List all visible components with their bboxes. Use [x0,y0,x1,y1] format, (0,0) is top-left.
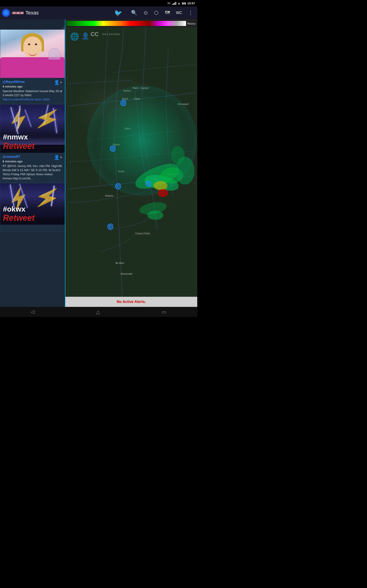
battery-icon: ▮▮▮ [182,2,186,5]
city-beaumont: Beaumont [168,173,179,175]
city-austin: Austin [118,170,125,173]
globe-icon[interactable]: 🌐 [70,32,79,41]
city-denton: Denton [123,90,131,92]
cc-label[interactable]: CC [91,31,99,37]
tweet-text-1: Special Weather Statement issued May 29 … [2,89,62,102]
tweet-card-2[interactable]: #nmwx Retweet @nmwxRT 👤+ 6 minutes ago R… [0,104,65,183]
map-area[interactable]: 🌐 👤 CC OKLAHOMA Plano Garland Dallas Den… [65,27,197,297]
wx-marker-2: 🌀 [109,145,117,152]
retweet-text-3: Retweet [3,213,62,223]
person-icon[interactable]: 👤 [81,32,90,40]
city-mcallen: Mc Allen [116,262,124,264]
city-plano: Plano [133,87,139,89]
city-sanantonio: /Antonio [105,195,114,197]
follow-icon-2[interactable]: 👤+ [54,155,62,160]
city-corpuschristi: Corpus Christi [135,232,150,235]
app-title: Texas [25,10,112,16]
wx-marker-3: 🌀 [115,183,122,190]
oklahoma-label: OKLAHOMA [102,33,120,36]
location-arrow [61,25,65,29]
tweet-username-1[interactable]: @RayofShine [2,80,25,84]
flag-icons: 🇺🇸🇺🇸🇺🇸 [12,11,24,15]
sub-bar [0,19,65,29]
alerts-text: No Active Alerts. [117,300,146,304]
right-panel: Heavy [65,19,197,307]
recent-button[interactable]: ▭ [162,309,167,315]
tweet-card-1[interactable]: @RayofShine 👤+ 4 minutes ago Special Wea… [0,29,65,104]
precip-east-1 [175,156,196,185]
status-bar: 3G ▲ ▮▮▮ 10:57 [0,0,197,6]
tweet-hashtags-1[interactable]: #txwx #klbk [34,98,50,101]
app-bar: 🌀 🇺🇸🇺🇸🇺🇸 Texas 🐦 🔍 ⊙ ⬡ 🗺 WC ⋮ [0,6,197,19]
tweet-text-2: RT @KVII: Sunny AM, Incr. clds PM. High:… [2,164,62,181]
city-garland: Garland [141,87,149,89]
retweet-text-2: Retweet [3,141,62,151]
precip-green-3 [160,166,184,184]
tweet-time-1: 4 minutes ago [2,85,62,88]
precip-red-1 [158,189,168,197]
roads-svg [65,27,197,297]
city-shreveport: Shreveport [177,103,189,105]
wx-marker-5: 🌀 [107,223,114,230]
status-time: 10:57 [187,2,195,5]
wifi-icon: ▲ [177,2,181,5]
main-content: @RayofShine 👤+ 4 minutes ago Special Wea… [0,19,197,307]
hashtag-overlay-2: #nmwx Retweet [0,131,65,153]
share-icon[interactable]: ⬡ [154,10,158,16]
precip-south-2 [147,211,163,220]
radar-color-bar: Heavy [65,19,197,27]
alerts-bar: No Active Alerts. [65,297,197,307]
tweet-username-2[interactable]: @nmwxRT [2,155,20,158]
tweet-time-2: 6 minutes ago [2,160,62,163]
signal-bars [172,2,176,5]
back-button[interactable]: ◁ [31,309,35,315]
city-waco: Waco [125,127,131,130]
tweet-image-1 [0,30,65,78]
profile-photo [0,30,65,78]
search-icon[interactable]: 🔍 [131,10,137,16]
wx-marker-4: 🌀 [145,180,152,187]
hashtag-overlay-3: #okwx Retweet [0,203,65,225]
map-icon[interactable]: 🗺 [165,10,170,16]
app-icon[interactable]: 🌀 [2,9,10,17]
home-button[interactable]: △ [96,309,100,315]
heavy-label: Heavy [187,22,197,25]
hashtag-text-2: #nmwx [3,133,62,141]
radar-circle [87,86,197,196]
precip-east-2 [171,146,185,164]
city-houston: Ho... [154,178,158,181]
precip-south-1 [139,200,168,216]
tweet-link-1[interactable]: http://t.co/amsPvdNuoa [2,98,33,101]
wc-label[interactable]: WC [176,11,182,15]
follow-icon-1[interactable]: 👤+ [54,80,62,85]
overflow-menu-icon[interactable]: ⋮ [188,10,193,16]
location-icon[interactable]: ⊙ [144,10,148,16]
tweet-body-2: @nmwxRT 👤+ 6 minutes ago RT @KVII: Sunny… [0,153,65,183]
nav-bar: ◁ △ ▭ [0,307,197,317]
map-base: 🌐 👤 CC OKLAHOMA Plano Garland Dallas Den… [65,27,197,297]
city-brownsville: Brownsville [121,273,133,275]
wx-marker-1: 🌀 [120,99,127,107]
precip-yellow-1 [154,181,167,190]
tweet-image-3: #okwx Retweet [0,183,65,232]
color-gradient [66,21,186,26]
twitter-icon[interactable]: 🐦 [114,9,122,17]
tweet-body-1: @RayofShine 👤+ 4 minutes ago Special Wea… [0,78,65,104]
tweet-image-2: #nmwx Retweet [0,104,65,153]
tweet-card-3[interactable]: #okwx Retweet [0,183,65,232]
precip-green-1 [132,160,181,193]
hashtag-text-3: #okwx [3,205,62,213]
signal-3g: 3G [167,2,171,5]
city-dallas: Dallas [134,98,140,100]
left-panel: @RayofShine 👤+ 4 minutes ago Special Wea… [0,19,65,307]
